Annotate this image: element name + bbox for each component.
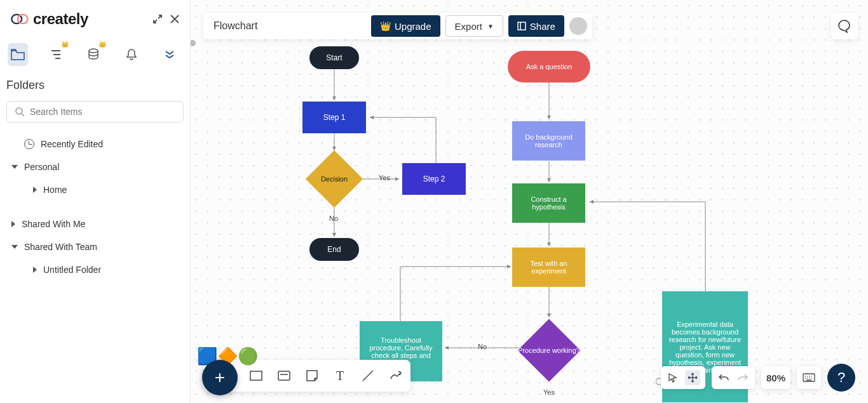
node-hypothesis[interactable]: Construct a hypothesis [512,183,585,223]
tool-line[interactable] [361,369,375,383]
keyboard-button[interactable] [802,373,816,382]
folder-shared-with-team[interactable]: Shared With Team [6,235,184,258]
node-step2[interactable]: Step 2 [402,163,466,195]
node-label: Start [326,53,342,62]
node-ask-question[interactable]: Ask a question [508,51,590,83]
node-background-research[interactable]: Do background research [512,121,585,161]
chevrons-down-icon [165,51,175,58]
logo[interactable]: creately [10,10,88,28]
folder-untitled[interactable]: Untitled Folder [6,258,184,281]
folder-label: Recently Edited [41,139,103,149]
tool-pointer[interactable] [666,373,680,383]
svg-point-3 [16,108,22,114]
sync-status-dot [191,38,198,48]
search-box[interactable] [6,101,184,122]
tool-rectangle[interactable] [249,369,263,383]
search-icon [15,107,25,117]
logo-text: creately [33,10,88,28]
node-label: Do background research [517,133,580,149]
node-step1[interactable]: Step 1 [302,102,366,133]
folder-shared-with-me[interactable]: Shared With Me [6,213,184,235]
canvas[interactable]: Flowchart 👑Upgrade Export▼ Share Start S… [191,0,868,403]
clock-icon [24,139,34,149]
edge-label-yes2: Yes [543,388,555,396]
redo-button[interactable] [736,373,750,382]
node-label: Ask a question [526,63,572,70]
btn-label: Upgrade [395,21,431,32]
tab-more[interactable] [159,43,180,66]
folder-home[interactable]: Home [6,178,184,201]
document-title[interactable]: Flowchart [214,20,366,32]
sidebar: creately 👑 👑 Folders [0,0,191,403]
chevron-right-icon [33,187,37,193]
crown-badge-icon: 👑 [61,41,69,48]
panel-icon [517,22,526,30]
tab-database[interactable]: 👑 [84,43,104,66]
node-end[interactable]: End [309,238,359,261]
node-label: Test with an experiment [517,260,580,275]
tab-folders[interactable] [8,43,28,66]
chevron-down-icon: ▼ [487,23,494,30]
upgrade-button[interactable]: 👑Upgrade [371,15,440,37]
sidebar-header: creately [0,0,190,38]
chevron-down-icon [11,245,18,249]
node-label: Step 2 [423,175,445,183]
close-icon[interactable] [170,14,180,24]
folder-label: Home [43,185,67,195]
tool-note[interactable] [305,369,319,383]
svg-rect-4 [518,22,526,30]
chevron-down-icon [11,165,18,169]
node-label: Construct a hypothesis [517,195,580,211]
btn-label: Share [530,21,555,32]
bottom-right-controls: 80% ? [661,364,855,392]
topbar: Flowchart 👑Upgrade Export▼ Share [203,13,592,39]
svg-rect-5 [250,371,262,380]
folder-label: Untitled Folder [43,265,101,275]
search-input[interactable] [30,107,175,117]
folder-label: Personal [24,162,59,172]
folder-label: Shared With Team [24,242,97,252]
svg-rect-6 [278,371,290,380]
zoom-level[interactable]: 80% [766,373,785,383]
user-avatar[interactable] [569,17,587,35]
tool-card[interactable] [277,369,291,383]
tool-text[interactable]: T [333,369,347,383]
export-button[interactable]: Export▼ [445,15,503,37]
add-button[interactable]: + [202,360,238,395]
node-test-experiment[interactable]: Test with an experiment [512,248,585,287]
node-label: Procedure working? [517,319,581,382]
node-decision[interactable]: Decision [306,150,363,208]
share-button[interactable]: Share [508,15,564,37]
svg-point-2 [89,49,98,53]
undo-button[interactable] [717,373,731,382]
logo-icon [10,13,29,25]
svg-point-1 [18,15,28,23]
folders-title: Folders [6,79,184,92]
folder-personal[interactable]: Personal [6,155,184,178]
tab-list[interactable]: 👑 [46,43,66,66]
crown-icon: 👑 [380,21,391,31]
tool-freehand[interactable] [389,369,403,383]
edge-label-no: No [329,215,338,222]
folder-label: Shared With Me [22,219,85,229]
expand-icon[interactable] [152,13,163,25]
chevron-right-icon [33,267,37,273]
node-label: Decision [306,150,363,208]
node-procedure-working[interactable]: Procedure working? [517,319,581,382]
bell-icon [126,48,137,61]
chat-button[interactable] [831,13,858,39]
folder-recently-edited[interactable]: Recently Edited [6,133,184,155]
edge-label-yes: Yes [379,174,390,182]
node-label: Step 1 [323,113,346,122]
edge-label-no2: No [478,343,487,350]
sidebar-tabs: 👑 👑 [0,38,190,71]
btn-label: Export [455,21,482,32]
tool-pan[interactable] [685,370,700,385]
crown-badge-icon: 👑 [98,41,106,48]
help-button[interactable]: ? [827,364,855,392]
tab-notifications[interactable] [121,43,142,66]
database-icon [87,48,100,61]
node-start[interactable]: Start [309,46,359,69]
node-label: End [327,245,341,254]
chevron-right-icon [11,221,15,227]
